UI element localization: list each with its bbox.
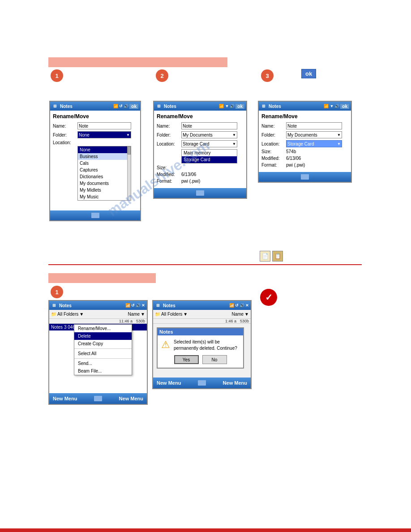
window5-icons: 📶 ↺ 🔊 ✕ (229, 303, 249, 308)
dialog-content-5: ⚠ Selected item(s) will be permanently d… (161, 339, 240, 352)
folder-dropdown-arrow-2: ▼ (232, 133, 236, 137)
step-section2-circle: 1 (51, 286, 63, 298)
window1-subtitle: Rename/Move (53, 113, 137, 120)
folders-dropdown-arrow-4[interactable]: ▼ (79, 312, 84, 317)
volume-icon-2: 🔊 (230, 104, 235, 109)
window5-title: Notes (163, 303, 229, 308)
dropdown-item-dictionaries[interactable]: Dictionaries (78, 173, 131, 180)
rotate-icon-4: ↺ (131, 303, 135, 308)
close-icon-5[interactable]: ✕ (245, 303, 249, 308)
all-folders-label-5[interactable]: All Folders (161, 312, 182, 317)
volume-icon-5: 🔊 (240, 303, 244, 308)
window4-icons: 📶 ↺ 🔊 ✕ (125, 303, 145, 308)
win-logo-5: ⊞ (155, 302, 161, 309)
new-btn-5[interactable]: New Menu (157, 380, 181, 386)
ok-btn-2[interactable]: ok (235, 104, 244, 109)
ctx-send[interactable]: Send... (74, 360, 132, 367)
folder-label-2: Folder: (157, 133, 181, 137)
window5-titlebar: ⊞ Notes 📶 ↺ 🔊 ✕ (153, 301, 251, 310)
folder-select-1[interactable]: None ▼ (77, 131, 131, 138)
name-input-1[interactable] (77, 122, 131, 129)
dropdown-storage-card[interactable]: Storage Card (182, 156, 237, 163)
folder-row-3: Folder: My Documents ▼ (261, 131, 348, 138)
dropdown-item-business[interactable]: Business (78, 153, 131, 160)
section1-header (48, 57, 227, 67)
checkmark-icon: ✓ (260, 289, 277, 306)
dialog-buttons-5: Yes No (161, 355, 240, 364)
dropdown-item-mymidlets[interactable]: My Midlets (78, 187, 131, 193)
folder-select-3[interactable]: My Documents ▼ (286, 131, 342, 138)
window4-titlebar: ⊞ Notes 📶 ↺ 🔊 ✕ (49, 301, 147, 310)
name-input-3[interactable] (286, 122, 342, 129)
window3-content: Rename/Move Name: Folder: My Documents ▼… (259, 111, 351, 172)
dropdown-main-memory[interactable]: Main memory (182, 150, 237, 156)
modified-value-2: 6/13/06 (181, 172, 244, 177)
name-col-label-4: Name (128, 312, 140, 317)
size-value-3: 574b (286, 149, 348, 154)
location-dropdown-arrow-2: ▼ (232, 142, 236, 146)
dropdown-item-none[interactable]: None (78, 146, 131, 153)
new-btn-4[interactable]: New Menu (53, 396, 77, 401)
copy-icon-2: 📋 (272, 251, 283, 262)
ctx-rename[interactable]: Rename/Move... (74, 325, 132, 332)
signal-icon-1: 📶 (113, 104, 118, 109)
keyboard-icon-4[interactable] (94, 396, 102, 401)
keyboard-icon-3[interactable] (301, 174, 309, 180)
dropdown-item-captures[interactable]: Captures (78, 167, 131, 173)
volume-icon-1: 🔊 (124, 104, 128, 109)
keyboard-icon-5[interactable] (198, 380, 206, 386)
size-row-2: Size: (157, 165, 244, 170)
format-value-2: pwi (.pwi) (181, 179, 244, 184)
window3-subtitle: Rename/Move (261, 113, 348, 120)
name-row-3: Name: (261, 122, 348, 129)
signal-icon-3: 📶 (324, 104, 329, 109)
name-col-arrow-5[interactable]: ▼ (244, 312, 249, 317)
location-row-3: Location: Storage Card ▼ (261, 140, 348, 147)
location-select-3[interactable]: Storage Card ▼ (286, 140, 342, 147)
name-input-2[interactable] (181, 122, 237, 129)
volume-icon-3: 🔊 (334, 104, 339, 109)
menu-btn-4[interactable]: New Menu (119, 396, 143, 401)
name-row-1: Name: (53, 122, 137, 129)
ctx-beam[interactable]: Beam File... (74, 367, 132, 375)
keyboard-icon-2[interactable] (196, 190, 204, 196)
ok-button-top[interactable]: ok (301, 70, 316, 77)
modified-label-2: Modified: (157, 172, 181, 177)
dropdown-item-mydocs[interactable]: My documents (78, 180, 131, 187)
size-display-5: 530b (240, 319, 249, 323)
window2-title: Notes (164, 104, 219, 109)
step1-circle: 1 (51, 69, 63, 82)
folder-dropdown-arrow-1: ▼ (126, 133, 130, 137)
name-label-3: Name: (261, 124, 286, 129)
keyboard-icon-1[interactable] (91, 213, 99, 218)
rotate-icon-1: ↺ (119, 104, 123, 109)
ctx-select-all[interactable]: Select All (74, 350, 132, 357)
ok-btn-1[interactable]: ok (129, 104, 138, 109)
window5-bottomnav: New Menu New Menu (153, 378, 251, 388)
ok-btn-3[interactable]: ok (340, 104, 349, 109)
location-dropdown-arrow-3: ▼ (337, 142, 341, 146)
location-select-2[interactable]: Storage Card ▼ (181, 140, 237, 147)
ctx-create-copy[interactable]: Create Copy (74, 340, 132, 348)
delete-dialog: Notes ⚠ Selected item(s) will be permane… (157, 327, 244, 369)
folders-dropdown-arrow-5[interactable]: ▼ (183, 312, 188, 317)
size-label-2: Size: (157, 165, 181, 170)
volume-icon-4: 🔊 (136, 303, 141, 308)
dropdown-item-mymusic[interactable]: My Music (78, 193, 131, 200)
signal-icon-2: 📶 (219, 104, 224, 109)
win-logo-3: ⊞ (261, 103, 267, 109)
format-label-2: Format: (157, 179, 181, 184)
checkmark-symbol: ✓ (265, 292, 273, 303)
window2-titlebar: ⊞ Notes 📶 ▼ 🔊 ok (154, 102, 246, 111)
folder-icon-5: 📁 (155, 312, 160, 317)
ctx-delete[interactable]: Delete (74, 332, 132, 340)
window2-subtitle: Rename/Move (157, 113, 244, 120)
menu-btn-5[interactable]: New Menu (223, 380, 247, 386)
yes-button[interactable]: Yes (174, 355, 199, 364)
folder-select-2[interactable]: My Documents ▼ (181, 131, 237, 138)
no-button[interactable]: No (202, 355, 227, 364)
close-icon-4[interactable]: ✕ (141, 303, 145, 308)
all-folders-label-4[interactable]: All Folders (57, 312, 78, 317)
dropdown-item-cals[interactable]: Cals (78, 160, 131, 167)
name-col-arrow-4[interactable]: ▼ (141, 312, 145, 317)
